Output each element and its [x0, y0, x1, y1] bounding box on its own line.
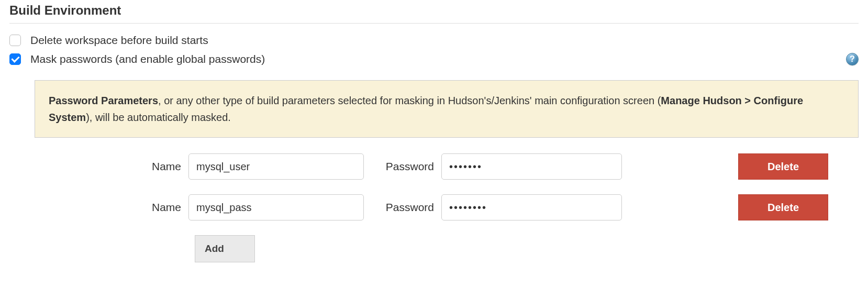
password-params-area: Name Password Delete Name Password Delet… [35, 153, 859, 262]
mask-passwords-label: Mask passwords (and enable global passwo… [30, 53, 265, 65]
name-label: Name [35, 201, 181, 214]
password-label: Password [376, 160, 434, 173]
delete-workspace-label: Delete workspace before build starts [30, 34, 208, 47]
param-row: Name Password Delete [35, 153, 859, 180]
name-label: Name [35, 160, 181, 173]
param-row: Name Password Delete [35, 194, 859, 220]
name-input[interactable] [188, 153, 364, 180]
info-box: Password Parameters, or any other type o… [35, 80, 859, 138]
option-delete-workspace: Delete workspace before build starts [9, 31, 859, 50]
option-mask-passwords: Mask passwords (and enable global passwo… [9, 50, 859, 69]
delete-workspace-checkbox[interactable] [9, 35, 21, 46]
mask-passwords-checkbox[interactable] [9, 53, 21, 65]
delete-button[interactable]: Delete [738, 153, 828, 180]
add-button[interactable]: Add [195, 235, 255, 262]
info-text-1: , or any other type of build parameters … [158, 95, 661, 106]
delete-button[interactable]: Delete [738, 194, 828, 220]
password-label: Password [376, 201, 434, 214]
section-title: Build Environment [9, 0, 859, 24]
info-text-2: ), will be automatically masked. [86, 112, 231, 123]
help-icon[interactable]: ? [846, 53, 859, 65]
password-input[interactable] [441, 153, 622, 180]
password-input[interactable] [441, 194, 622, 220]
name-input[interactable] [188, 194, 364, 220]
info-bold-1: Password Parameters [49, 95, 158, 106]
